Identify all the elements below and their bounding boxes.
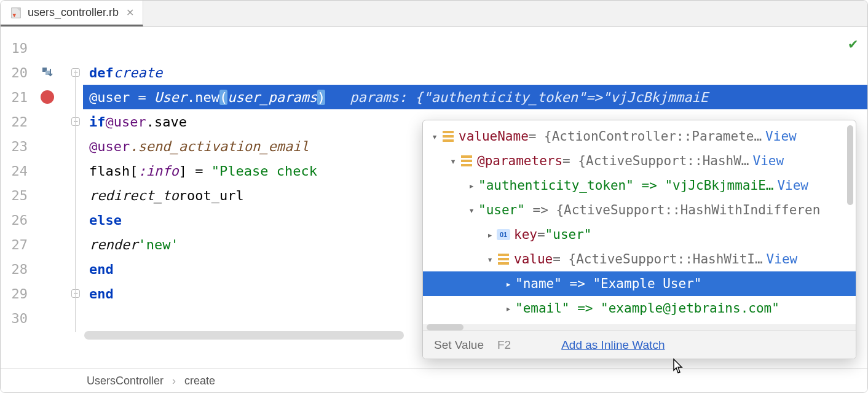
line-number: 24 [1,163,33,179]
ruby-file-icon [9,6,23,20]
line-number: 19 [1,41,33,56]
chevron-down-icon[interactable]: ▾ [446,155,460,167]
horizontal-scrollbar[interactable] [423,324,856,330]
line-number: 22 [1,114,33,130]
code-line [83,36,867,60]
fold-toggle-icon[interactable]: − [71,117,80,126]
chevron-down-icon[interactable]: ▾ [465,204,478,216]
debug-tree-row[interactable]: ▾ valueName = {ActionController::Paramet… [423,124,856,149]
debug-tree-row[interactable]: ▾ @parameters = {ActiveSupport::HashW… V… [423,149,856,173]
fold-toggle-icon[interactable]: − [71,68,80,77]
inline-debug-hint[interactable]: params: {"authenticity_token"=>"vjJcBkjm… [325,90,708,105]
breadcrumb-item[interactable]: UsersController [87,375,164,387]
line-number: 23 [1,139,33,154]
chevron-right-icon: › [172,375,176,387]
chevron-right-icon[interactable]: ▸ [483,229,497,241]
object-icon [497,252,510,266]
object-icon [460,154,473,168]
debug-tree-row[interactable]: ▾ value = {ActiveSupport::HashWitI… View [423,247,856,271]
primitive-icon: 01 [497,228,510,241]
line-number: 27 [1,237,33,252]
code-line-exec: @user = User.new(user_params)params: {"a… [83,85,867,109]
line-number: 25 [1,188,33,203]
view-link[interactable]: View [763,252,798,267]
fold-rail: − − − [68,27,83,369]
view-link[interactable]: View [773,178,808,193]
tab-bar[interactable]: users_controller.rb ✕ [1,1,867,27]
view-link[interactable]: View [762,129,797,144]
debug-tree-row[interactable]: ▾ "user" => {ActiveSupport::HashWithIndi… [423,198,856,222]
line-number: 29 [1,286,33,302]
set-value-action[interactable]: Set Value [434,338,484,352]
line-number: 26 [1,212,33,228]
vertical-scrollbar[interactable] [847,125,853,205]
fold-toggle-icon[interactable]: − [71,289,80,298]
breakpoint-icon[interactable] [41,90,54,104]
code-line: def create [83,60,867,85]
debug-tree-row[interactable]: ▸ "authenticity_token" => "vjJcBkjmmaiE…… [423,173,856,198]
chevron-right-icon[interactable]: ▸ [465,180,478,192]
line-number: 30 [1,311,33,326]
horizontal-scrollbar[interactable] [84,331,404,340]
editor-tab[interactable]: users_controller.rb ✕ [1,1,143,26]
override-gutter-icon[interactable] [33,66,62,79]
breadcrumb-item[interactable]: create [184,375,215,387]
debug-tree-row[interactable]: ▸ 01 key = "user" [423,222,856,247]
popup-footer: Set Value F2 Add as Inline Watch [423,330,856,359]
add-inline-watch-link[interactable]: Add as Inline Watch [561,338,665,352]
object-icon [441,130,455,143]
chevron-down-icon[interactable]: ▾ [428,131,441,142]
view-link[interactable]: View [749,154,784,168]
gutter[interactable]: 19 20 21 22 23 24 25 26 27 28 29 30 [1,27,68,369]
tab-filename: users_controller.rb [28,6,119,19]
shortcut-hint: F2 [497,338,511,352]
chevron-right-icon[interactable]: ▸ [502,278,515,290]
chevron-right-icon[interactable]: ▸ [502,303,515,314]
close-icon[interactable]: ✕ [124,7,134,18]
debug-tree-row[interactable]: ▸ "email" => "example@jetbrains.com" [423,296,856,321]
line-number: 20 [1,65,33,80]
debug-variables-popup[interactable]: ▾ valueName = {ActionController::Paramet… [422,120,856,359]
debug-tree-row-selected[interactable]: ▸ "name" => "Example User" [423,271,856,296]
line-number: 21 [1,90,33,105]
line-number: 28 [1,262,33,277]
breadcrumb[interactable]: UsersController › create [1,368,867,392]
chevron-down-icon[interactable]: ▾ [483,254,497,265]
debug-tree[interactable]: ▾ valueName = {ActionController::Paramet… [423,120,856,324]
